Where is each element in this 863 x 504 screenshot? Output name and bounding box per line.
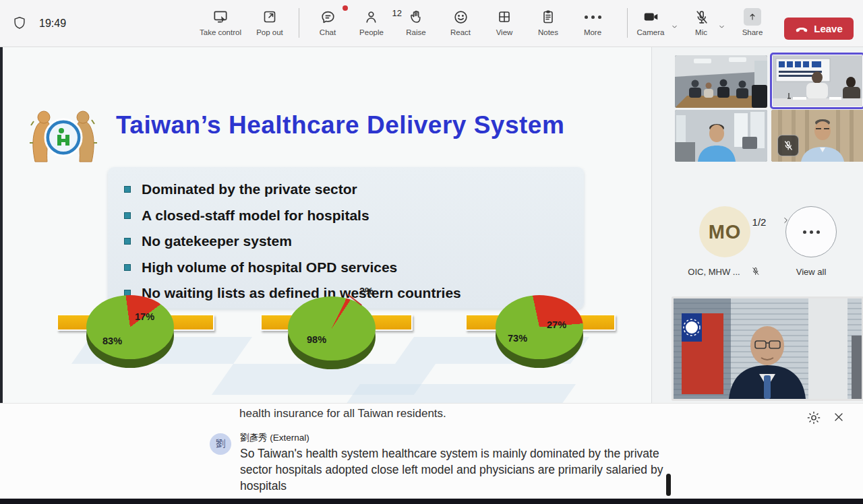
- participant-avatar-mo[interactable]: MO: [699, 206, 750, 257]
- take-control-button[interactable]: Take control: [197, 7, 244, 44]
- chat-unread-badge: [343, 5, 348, 11]
- mic-options-chevron-icon[interactable]: [717, 22, 726, 34]
- video-thumbnail-conference-room[interactable]: [675, 55, 767, 108]
- notes-icon: [531, 7, 565, 27]
- captions-close-icon[interactable]: [832, 410, 845, 427]
- bullet-square-icon: [124, 186, 131, 193]
- bullet-item: A closed-staff model for hospitals: [124, 203, 584, 229]
- pie-chart-hospitals: 17% 83%: [86, 295, 174, 371]
- camera-button[interactable]: Camera: [632, 7, 669, 44]
- shared-screen-area: Taiwan’s Healthcare Delivery System Domi…: [0, 47, 651, 403]
- more-button[interactable]: More: [576, 7, 609, 44]
- slice-label: 2%: [359, 286, 374, 296]
- people-icon: 12: [352, 7, 391, 27]
- chat-button[interactable]: Chat: [310, 7, 345, 44]
- slice-label: 73%: [508, 333, 527, 344]
- pager-position: 1/2: [752, 216, 767, 228]
- caption-previous-line: health insurance for all Taiwan resident…: [239, 407, 446, 420]
- view-grid-icon: [487, 7, 521, 27]
- caption-speaker-name: 劉彥秀 (External): [240, 432, 309, 444]
- participant-muted-mic-icon: [777, 135, 799, 156]
- bullet-item: High volume of hospital OPD services: [124, 255, 584, 281]
- captions-settings-gear-icon[interactable]: [806, 410, 821, 428]
- view-button[interactable]: View: [487, 7, 521, 44]
- meeting-toolbar: 19:49 Take control Pop out Chat 12 Peopl…: [0, 0, 863, 47]
- camera-options-chevron-icon[interactable]: [670, 22, 679, 34]
- bullet-square-icon: [124, 212, 131, 219]
- screen-edge: [0, 47, 3, 403]
- video-thumbnail-nhi-office-active-speaker[interactable]: [771, 54, 863, 108]
- toolbar-divider: [627, 8, 628, 38]
- mic-button[interactable]: Mic: [688, 7, 715, 44]
- raise-hand-button[interactable]: Raise: [399, 7, 433, 44]
- slice-label: 17%: [135, 311, 154, 322]
- participant-muted-mic-icon: [750, 266, 761, 279]
- caption-text: So Taiwan's health system healthcare sys…: [240, 445, 675, 494]
- notes-button[interactable]: Notes: [531, 7, 565, 44]
- leave-button[interactable]: Leave: [784, 18, 854, 40]
- bullet-item: Dominated by the private sector: [124, 177, 584, 203]
- bullet-square-icon: [124, 238, 131, 245]
- video-thumbnail-man-blue-shirt[interactable]: [675, 110, 767, 162]
- raise-hand-icon: [399, 7, 433, 27]
- pop-out-button[interactable]: Pop out: [251, 7, 289, 44]
- video-thumbnail-man-muted[interactable]: [771, 110, 863, 162]
- react-smiley-icon: [444, 7, 477, 27]
- shield-icon: [12, 15, 27, 34]
- hangup-phone-icon: [795, 24, 808, 34]
- toolbar-divider: [299, 8, 299, 38]
- bullet-square-icon: [124, 264, 131, 271]
- pie-chart-beds: 27% 73%: [496, 295, 583, 371]
- caption-speaker-avatar: 劉: [210, 433, 231, 455]
- mic-muted-icon: [688, 7, 715, 27]
- view-all-link[interactable]: View all: [792, 267, 830, 277]
- slice-label: 27%: [547, 319, 566, 330]
- ellipsis-icon: [803, 230, 820, 234]
- nhi-logo: [26, 105, 101, 167]
- people-button[interactable]: 12 People: [352, 7, 391, 44]
- react-button[interactable]: React: [444, 7, 477, 44]
- slice-label: 98%: [307, 334, 326, 345]
- chat-icon: [310, 7, 345, 27]
- more-participants-avatar[interactable]: [785, 206, 837, 257]
- slide-title: Taiwan’s Healthcare Delivery System: [116, 111, 564, 139]
- meeting-time: 19:49: [39, 18, 66, 30]
- participant-label: OIC, MHW ...: [679, 267, 749, 277]
- participants-sidebar: 1/2 MO OIC, MHW ... View all: [651, 47, 863, 403]
- slice-label: 83%: [102, 336, 122, 346]
- bullet-item: No gatekeeper system: [124, 228, 584, 255]
- pie-chart-clinics: 2% 98%: [288, 296, 376, 372]
- bullet-box: Dominated by the private sector A closed…: [108, 167, 584, 309]
- camera-icon: [632, 7, 669, 27]
- live-captions-panel: health insurance for all Taiwan resident…: [0, 403, 863, 499]
- share-button[interactable]: Share: [736, 7, 769, 44]
- screen-edge: [0, 499, 863, 504]
- video-feed-speaker-taiwan-flag[interactable]: [672, 296, 863, 401]
- pop-out-icon: [251, 7, 289, 27]
- share-icon: [736, 7, 769, 27]
- captions-scrollbar[interactable]: [666, 474, 671, 496]
- more-dots-icon: [576, 7, 609, 27]
- take-control-icon: [197, 7, 244, 27]
